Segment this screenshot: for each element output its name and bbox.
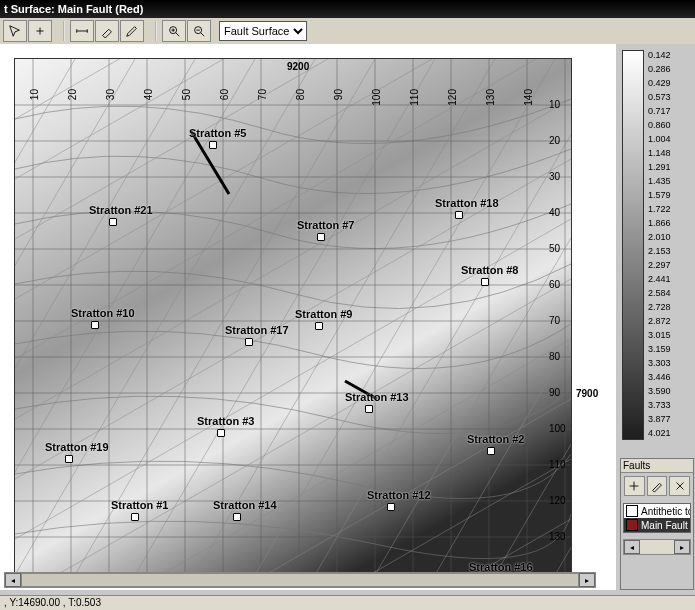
measure-tool-button[interactable] [70, 20, 94, 42]
legend-value: 0.717 [648, 104, 671, 118]
legend-value: 1.148 [648, 146, 671, 160]
plot-container: 102030405060708090100110120130140 102030… [0, 44, 616, 590]
axis-right-tick: 80 [549, 351, 560, 362]
surface-dropdown[interactable]: Fault Surface [219, 21, 307, 41]
well-marker[interactable] [131, 513, 139, 521]
well-marker[interactable] [455, 211, 463, 219]
well-marker[interactable] [233, 513, 241, 521]
well-label: Stratton #17 [225, 324, 289, 336]
axis-top-tick: 70 [257, 89, 268, 100]
faults-panel-title: Faults [621, 459, 693, 473]
well-marker[interactable] [217, 429, 225, 437]
well-marker[interactable] [109, 218, 117, 226]
well-label: Stratton #21 [89, 204, 153, 216]
zoom-in-button[interactable] [162, 20, 186, 42]
axis-right-tick: 120 [549, 495, 566, 506]
well-marker[interactable] [317, 233, 325, 241]
axis-right-tick: 70 [549, 315, 560, 326]
well-marker[interactable] [91, 321, 99, 329]
legend-value: 1.435 [648, 174, 671, 188]
faults-hscroll[interactable]: ◂ ▸ [623, 539, 691, 555]
axis-top-tick: 110 [409, 89, 420, 106]
legend-value: 2.010 [648, 230, 671, 244]
axis-top-tick: 100 [371, 89, 382, 106]
legend-value: 0.860 [648, 118, 671, 132]
window-titlebar: t Surface: Main Fault (Red) [0, 0, 695, 18]
legend-value: 3.590 [648, 384, 671, 398]
well-label: Stratton #10 [71, 307, 135, 319]
legend-values: 0.1420.2860.4290.5730.7170.8601.0041.148… [648, 48, 671, 440]
well-label: Stratton #3 [197, 415, 254, 427]
zoom-out-button[interactable] [187, 20, 211, 42]
legend-value: 3.446 [648, 370, 671, 384]
faults-scroll-left[interactable]: ◂ [624, 540, 640, 554]
legend-value: 1.004 [648, 132, 671, 146]
legend-value: 2.584 [648, 286, 671, 300]
well-marker[interactable] [365, 405, 373, 413]
well-marker[interactable] [387, 503, 395, 511]
well-label: Stratton #14 [213, 499, 277, 511]
fault-color-swatch [626, 505, 638, 517]
pan-tool-button[interactable] [28, 20, 52, 42]
workspace: 102030405060708090100110120130140 102030… [0, 44, 695, 596]
legend-value: 2.153 [648, 244, 671, 258]
map-plot[interactable]: 102030405060708090100110120130140 102030… [14, 58, 572, 576]
well-marker[interactable] [245, 338, 253, 346]
status-bar: , Y:14690.00 , T:0.503 [0, 595, 695, 610]
fault-item-label: Antithetic to [641, 506, 690, 517]
legend-value: 2.872 [648, 314, 671, 328]
axis-right-tick: 10 [549, 99, 560, 110]
legend-value: 2.728 [648, 300, 671, 314]
well-marker[interactable] [315, 322, 323, 330]
fault-add-button[interactable] [624, 476, 645, 496]
legend-colorbar [622, 50, 644, 440]
legend-value: 3.303 [648, 356, 671, 370]
scroll-right-button[interactable]: ▸ [579, 573, 595, 587]
fault-delete-button[interactable] [669, 476, 690, 496]
well-marker[interactable] [487, 447, 495, 455]
status-text: , Y:14690.00 , T:0.503 [4, 597, 101, 608]
axis-top-tick: 30 [105, 89, 116, 100]
toolbar-separator [155, 21, 157, 41]
well-label: Stratton #1 [111, 499, 168, 511]
well-marker[interactable] [209, 141, 217, 149]
legend-value: 0.286 [648, 62, 671, 76]
horizontal-scrollbar[interactable]: ◂ ▸ [4, 572, 596, 588]
scroll-thumb[interactable] [21, 573, 579, 587]
legend-value: 0.429 [648, 76, 671, 90]
faults-scroll-right[interactable]: ▸ [674, 540, 690, 554]
legend-value: 1.291 [648, 160, 671, 174]
legend-value: 0.573 [648, 90, 671, 104]
well-label: Stratton #2 [467, 433, 524, 445]
well-label: Stratton #12 [367, 489, 431, 501]
fault-color-swatch [626, 519, 638, 531]
annotate-tool-button[interactable] [120, 20, 144, 42]
legend-value: 0.142 [648, 48, 671, 62]
axis-right-tick: 60 [549, 279, 560, 290]
axis-right-tick: 90 [549, 387, 560, 398]
axis-right-tick: 20 [549, 135, 560, 146]
axis-right-main: 7900 [576, 388, 598, 399]
axis-top-tick: 50 [181, 89, 192, 100]
scroll-left-button[interactable]: ◂ [5, 573, 21, 587]
legend-value: 1.866 [648, 216, 671, 230]
window-title: t Surface: Main Fault (Red) [4, 3, 143, 15]
faults-list[interactable]: Antithetic toMain Fault [623, 503, 691, 533]
fault-list-item[interactable]: Main Fault [624, 518, 690, 532]
axis-right-tick: 130 [549, 531, 566, 542]
fault-list-item[interactable]: Antithetic to [624, 504, 690, 518]
fault-edit-button[interactable] [647, 476, 668, 496]
pick-tool-button[interactable] [95, 20, 119, 42]
axis-top-tick: 80 [295, 89, 306, 100]
legend-value: 3.015 [648, 328, 671, 342]
axis-top-tick: 120 [447, 89, 458, 106]
axis-right-tick: 30 [549, 171, 560, 182]
legend-value: 4.021 [648, 426, 671, 440]
well-marker[interactable] [65, 455, 73, 463]
legend-value: 2.441 [648, 272, 671, 286]
select-tool-button[interactable] [3, 20, 27, 42]
axis-top-tick: 130 [485, 89, 496, 106]
well-marker[interactable] [481, 278, 489, 286]
well-label: Stratton #13 [345, 391, 409, 403]
axis-top-tick: 140 [523, 89, 534, 106]
